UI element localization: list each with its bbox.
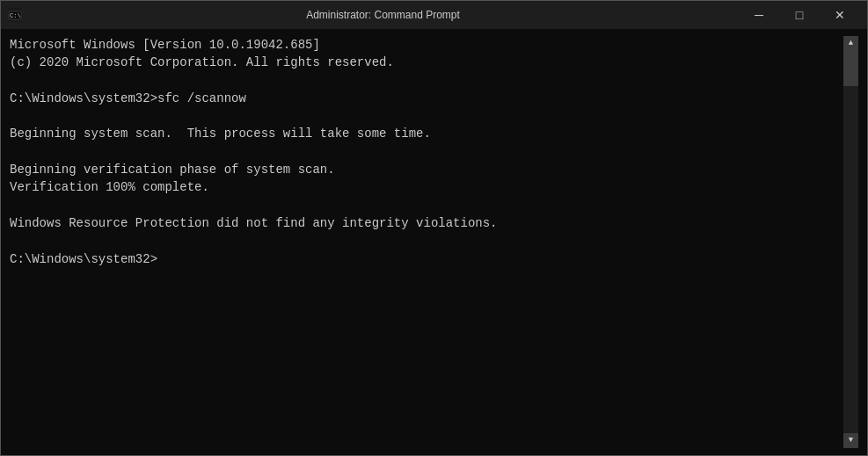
console-line: (c) 2020 Microsoft Corporation. All righ… <box>10 54 843 71</box>
scrollbar[interactable]: ▲ ▼ <box>843 36 858 448</box>
console-line: Verification 100% complete. <box>10 178 843 196</box>
svg-text:C:\: C:\ <box>10 12 21 19</box>
console-line <box>10 232 843 250</box>
app-icon: C:\ <box>8 8 22 22</box>
console-line <box>10 143 843 161</box>
console-line <box>10 197 843 214</box>
console-line: Microsoft Windows [Version 10.0.19042.68… <box>10 36 843 54</box>
console-line <box>10 107 843 125</box>
window-controls: ─ □ ✕ <box>739 1 860 29</box>
window-title: Administrator: Command Prompt <box>27 9 739 21</box>
scroll-up-button[interactable]: ▲ <box>843 36 858 51</box>
console-line: C:\Windows\system32>sfc /scannow <box>10 90 843 107</box>
console-line: Beginning system scan. This process will… <box>10 125 843 142</box>
console-content: Microsoft Windows [Version 10.0.19042.68… <box>10 36 843 448</box>
scrollbar-track[interactable] <box>843 51 858 433</box>
minimize-button[interactable]: ─ <box>739 1 779 29</box>
scroll-down-button[interactable]: ▼ <box>843 433 858 448</box>
titlebar: C:\ Administrator: Command Prompt ─ □ ✕ <box>1 1 867 29</box>
maximize-button[interactable]: □ <box>779 1 820 29</box>
scrollbar-thumb[interactable] <box>843 51 858 86</box>
console-line: Beginning verification phase of system s… <box>10 161 843 178</box>
console-line: C:\Windows\system32> <box>10 250 843 268</box>
console-body[interactable]: Microsoft Windows [Version 10.0.19042.68… <box>1 29 867 455</box>
console-line: Windows Resource Protection did not find… <box>10 214 843 232</box>
close-button[interactable]: ✕ <box>820 1 860 29</box>
console-line <box>10 72 843 90</box>
command-prompt-window: C:\ Administrator: Command Prompt ─ □ ✕ … <box>0 0 868 456</box>
